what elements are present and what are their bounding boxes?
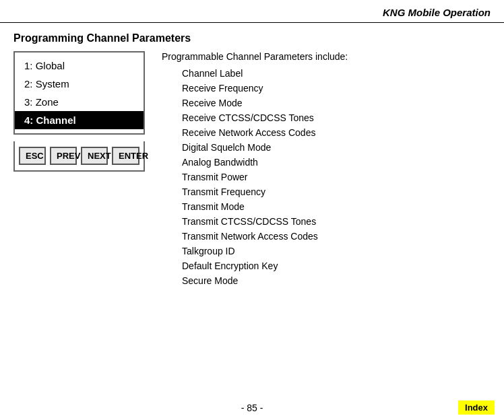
menu-item[interactable]: 4: Channel: [15, 111, 144, 129]
param-item: Talkgroup ID: [182, 244, 491, 258]
index-badge[interactable]: Index: [458, 400, 495, 415]
param-item: Receive Frequency: [182, 81, 491, 96]
footer: - 85 -: [0, 403, 504, 413]
button-row: ESCPREVNEXTENTER: [13, 141, 145, 172]
param-item: Secure Mode: [182, 273, 491, 288]
menu-item[interactable]: 2: System: [15, 75, 144, 93]
param-item: Receive CTCSS/CDCSS Tones: [182, 110, 491, 125]
param-item: Receive Network Access Codes: [182, 125, 491, 140]
page-number: - 85 -: [241, 403, 263, 413]
right-panel: Programmable Channel Parameters include:…: [162, 51, 491, 288]
param-item: Channel Label: [182, 66, 491, 81]
content-area: 1: Global2: System3: Zone4: Channel ESCP…: [0, 51, 504, 288]
param-item: Digital Squelch Mode: [182, 140, 491, 155]
param-item: Default Encryption Key: [182, 258, 491, 273]
param-item: Transmit Network Access Codes: [182, 229, 491, 244]
left-panel: 1: Global2: System3: Zone4: Channel ESCP…: [13, 51, 148, 288]
prev-button[interactable]: PREV: [50, 147, 77, 165]
esc-button[interactable]: ESC: [19, 147, 46, 165]
menu-box: 1: Global2: System3: Zone4: Channel: [13, 51, 145, 135]
param-item: Transmit Frequency: [182, 184, 491, 199]
param-item: Transmit Mode: [182, 199, 491, 214]
page-title: Programming Channel Parameters: [0, 23, 504, 51]
param-item: Transmit Power: [182, 170, 491, 184]
page-header: KNG Mobile Operation: [0, 0, 504, 23]
enter-button[interactable]: ENTER: [112, 147, 139, 165]
param-list: Channel LabelReceive FrequencyReceive Mo…: [162, 66, 491, 288]
intro-text: Programmable Channel Parameters include:: [162, 51, 491, 62]
menu-item[interactable]: 1: Global: [15, 57, 144, 75]
header-title: KNG Mobile Operation: [383, 7, 491, 18]
param-item: Analog Bandwidth: [182, 155, 491, 170]
param-item: Receive Mode: [182, 96, 491, 110]
param-item: Transmit CTCSS/CDCSS Tones: [182, 214, 491, 229]
menu-item[interactable]: 3: Zone: [15, 93, 144, 111]
next-button[interactable]: NEXT: [81, 147, 108, 165]
